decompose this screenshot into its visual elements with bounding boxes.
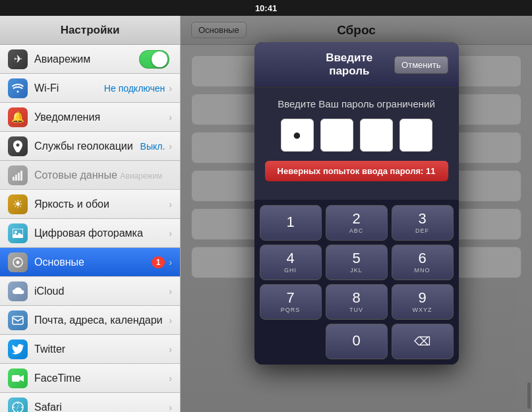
- key-8[interactable]: 8 TUV: [326, 284, 388, 320]
- key-7-letters: PQRS: [281, 307, 301, 313]
- svg-point-5: [15, 231, 17, 233]
- status-time: 10:41: [255, 3, 277, 13]
- key-1[interactable]: 1: [260, 205, 322, 241]
- pin-dot-2: [320, 119, 353, 152]
- icloud-icon: [8, 281, 28, 301]
- sidebar-item-twitter[interactable]: Twitter ›: [0, 335, 180, 364]
- svg-rect-1: [15, 175, 17, 181]
- error-message: Неверных попыток ввода пароля: 11: [265, 161, 448, 181]
- photo-chevron: ›: [169, 228, 172, 239]
- key-4[interactable]: 4 GHI: [260, 245, 322, 280]
- safari-icon: [8, 397, 28, 413]
- key-5-number: 5: [352, 251, 360, 266]
- key-3-letters: DEF: [415, 227, 429, 234]
- sidebar-item-icloud[interactable]: iCloud ›: [0, 277, 180, 306]
- brightness-label: Яркость и обои: [34, 198, 169, 210]
- content-area: Основные Сброс Сбросить все настройки Ст…: [181, 16, 532, 412]
- key-7-number: 7: [286, 291, 294, 305]
- key-8-letters: TUV: [349, 307, 363, 313]
- password-dialog: Введите пароль Отменить Введите Ваш паро…: [254, 42, 459, 365]
- notifications-icon: 🔔: [8, 107, 28, 127]
- sidebar-item-location[interactable]: Службы геолокации Выкл. ›: [0, 132, 180, 161]
- sidebar-item-facetime[interactable]: FaceTime ›: [0, 364, 180, 393]
- svg-point-7: [16, 260, 20, 264]
- svg-rect-2: [18, 173, 20, 181]
- pin-dot-3: [360, 119, 393, 152]
- svg-rect-9: [12, 375, 20, 382]
- key-8-number: 8: [352, 291, 360, 305]
- photo-label: Цифровая фоторамка: [34, 227, 169, 239]
- wifi-icon: [8, 78, 28, 98]
- overlay: Введите пароль Отменить Введите Ваш паро…: [181, 16, 532, 412]
- dialog-body: Введите Ваш пароль ограничений Неверных …: [254, 88, 459, 200]
- key-0-number: 0: [352, 334, 360, 348]
- twitter-icon: [8, 339, 28, 359]
- sidebar-item-general[interactable]: Основные 1 ›: [0, 248, 180, 277]
- key-1-number: 1: [286, 215, 294, 229]
- location-icon: [8, 136, 28, 156]
- brightness-icon: ☀: [8, 194, 28, 214]
- sidebar-item-notifications[interactable]: 🔔 Уведомления ›: [0, 103, 180, 132]
- key-9-letters: WXYZ: [413, 307, 432, 313]
- twitter-label: Twitter: [34, 343, 169, 355]
- key-4-number: 4: [286, 251, 294, 266]
- wifi-label: Wi-Fi: [34, 82, 104, 94]
- icloud-label: iCloud: [34, 285, 169, 297]
- pin-dot-4: [399, 119, 432, 152]
- location-label: Службы геолокации: [34, 140, 140, 152]
- key-delete[interactable]: ⌫: [392, 324, 454, 359]
- key-9[interactable]: 9 WXYZ: [392, 284, 454, 320]
- icloud-chevron: ›: [169, 286, 172, 297]
- key-5[interactable]: 5 JKL: [326, 245, 388, 280]
- key-2-letters: ABC: [349, 227, 364, 234]
- photo-icon: [8, 223, 28, 243]
- mail-icon: [8, 310, 28, 330]
- pin-dots: [265, 119, 448, 152]
- sidebar-item-wifi[interactable]: Wi-Fi Не подключен ›: [0, 74, 180, 103]
- svg-rect-3: [20, 171, 22, 181]
- sidebar-item-mail[interactable]: Почта, адреса, календари ›: [0, 306, 180, 335]
- sidebar-item-brightness[interactable]: ☀ Яркость и обои ›: [0, 190, 180, 219]
- key-6-number: 6: [418, 251, 426, 266]
- key-6[interactable]: 6 MNO: [392, 245, 454, 280]
- airplane-icon: ✈: [8, 49, 28, 69]
- sidebar-header: Настройки: [0, 16, 180, 45]
- location-chevron: ›: [169, 141, 172, 152]
- delete-icon: ⌫: [414, 334, 430, 349]
- key-9-number: 9: [418, 291, 426, 305]
- facetime-chevron: ›: [169, 373, 172, 384]
- safari-chevron: ›: [169, 402, 172, 413]
- airplane-toggle[interactable]: [139, 50, 169, 69]
- wifi-value: Не подключен: [104, 83, 165, 94]
- key-0[interactable]: 0: [326, 324, 388, 359]
- cellular-icon: [8, 165, 28, 185]
- facetime-label: FaceTime: [34, 372, 169, 384]
- numpad: 1 2 ABC 3 DEF 4 GHI: [254, 200, 459, 365]
- location-value: Выкл.: [140, 141, 165, 152]
- airplane-label: Авиарежим: [34, 53, 139, 65]
- key-empty: [260, 324, 322, 359]
- cancel-button[interactable]: Отменить: [394, 56, 448, 74]
- key-3[interactable]: 3 DEF: [392, 205, 454, 241]
- mail-chevron: ›: [169, 315, 172, 326]
- svg-rect-8: [13, 316, 23, 324]
- sidebar-item-airplane[interactable]: ✈ Авиарежим: [0, 45, 180, 74]
- sidebar-item-safari[interactable]: Safari ›: [0, 393, 180, 412]
- key-4-letters: GHI: [284, 267, 297, 274]
- general-icon: [8, 252, 28, 272]
- key-6-letters: MNO: [415, 267, 430, 274]
- sidebar-item-photo[interactable]: Цифровая фоторамка ›: [0, 219, 180, 248]
- twitter-chevron: ›: [169, 344, 172, 355]
- notifications-label: Уведомления: [34, 111, 169, 123]
- general-chevron: ›: [169, 257, 172, 268]
- sidebar-item-cellular: Сотовые данные Авиарежим: [0, 161, 180, 190]
- general-badge: 1: [152, 256, 165, 268]
- brightness-chevron: ›: [169, 199, 172, 210]
- status-bar: 10:41: [0, 0, 532, 16]
- key-2[interactable]: 2 ABC: [326, 205, 388, 241]
- sidebar-title: Настройки: [61, 24, 120, 37]
- key-5-letters: JKL: [350, 267, 363, 274]
- pin-dot-1: [281, 119, 314, 152]
- key-7[interactable]: 7 PQRS: [260, 284, 322, 320]
- sidebar: Настройки ✈ Авиарежим Wi-Fi Не подключен…: [0, 16, 181, 412]
